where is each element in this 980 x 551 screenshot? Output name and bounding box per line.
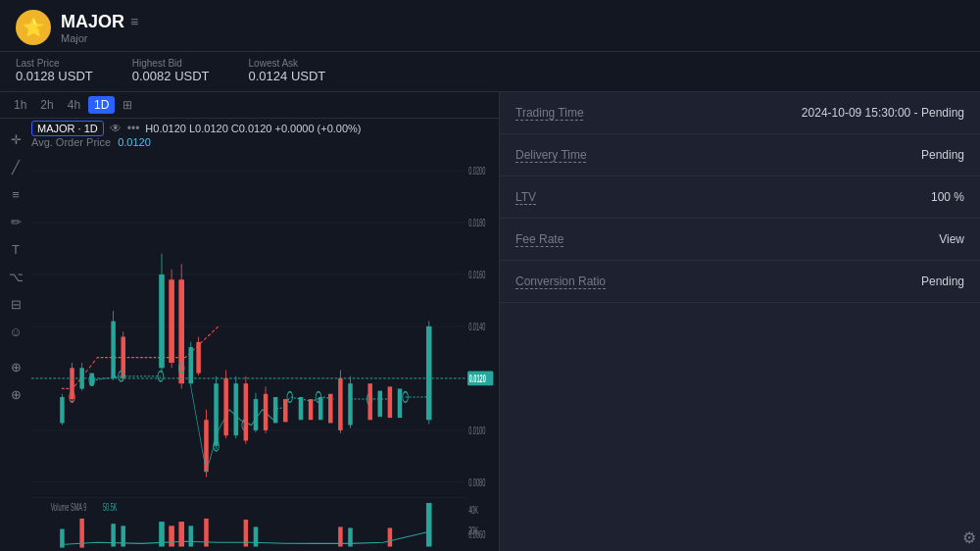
- svg-rect-91: [169, 526, 174, 546]
- lowest-ask-val: 0.0124 USDT: [249, 69, 326, 83]
- svg-text:50.5K: 50.5K: [103, 502, 118, 514]
- highest-bid-item: Highest Bid 0.0082 USDT: [132, 58, 210, 83]
- pattern-tool[interactable]: ⊟: [4, 292, 27, 316]
- measure-tool[interactable]: ⌥: [4, 265, 27, 288]
- svg-rect-93: [188, 526, 192, 546]
- magnet-tool[interactable]: ⊕: [4, 355, 27, 378]
- lowest-ask-label: Lowest Ask: [249, 58, 326, 69]
- ohlc-data: H0.0120 L0.0120 C0.0120 +0.0000 (+0.00%): [145, 123, 361, 134]
- symbol-text: MAJOR: [61, 12, 124, 32]
- ltv-label: LTV: [500, 176, 740, 219]
- chart-container: MAJOR · 1D 👁 ••• H0.0120 L0.0120 C0.0120…: [0, 119, 499, 551]
- svg-rect-51: [273, 397, 277, 423]
- menu-icon[interactable]: ≡: [130, 14, 138, 29]
- svg-text:0.0140: 0.0140: [468, 321, 485, 332]
- svg-rect-66: [378, 391, 382, 417]
- tf-4h[interactable]: 4h: [62, 96, 86, 114]
- tf-grid[interactable]: ⊞: [117, 96, 138, 114]
- delivery-time-label: Delivery Time: [500, 134, 740, 176]
- trading-time-row: Trading Time 2024-10-09 15:30:00 - Pendi…: [500, 92, 980, 134]
- trading-time-val: 2024-10-09 15:30:00 - Pending: [740, 92, 980, 134]
- horizontal-line-tool[interactable]: ≡: [4, 182, 27, 206]
- avg-price-label: Avg. Order Price: [31, 136, 111, 148]
- fee-rate-label: Fee Rate: [500, 219, 740, 261]
- highest-bid-label: Highest Bid: [132, 58, 210, 69]
- symbol-subtitle: Major: [61, 32, 138, 44]
- price-chart: 0.0200 0.0180 0.0160 0.0140 0.0120 0.010…: [31, 119, 499, 551]
- highest-bid-val: 0.0082 USDT: [132, 69, 210, 83]
- svg-text:0.0120: 0.0120: [469, 373, 486, 384]
- conversion-ratio-label: Conversion Ratio: [500, 261, 740, 303]
- svg-text:20K: 20K: [468, 525, 478, 536]
- symbol-info: MAJOR ≡ Major: [61, 12, 138, 44]
- svg-rect-65: [368, 383, 371, 420]
- text-tool[interactable]: T: [4, 237, 27, 261]
- ltv-val: 100 %: [740, 176, 980, 219]
- info-table: Trading Time 2024-10-09 15:30:00 - Pendi…: [500, 92, 980, 303]
- svg-rect-54: [299, 397, 303, 420]
- symbol-name: MAJOR ≡: [61, 12, 138, 32]
- svg-rect-67: [388, 386, 392, 418]
- svg-text:0.0200: 0.0200: [468, 165, 485, 176]
- svg-rect-68: [398, 388, 402, 418]
- tf-1d[interactable]: 1D: [88, 96, 115, 114]
- last-price-label: Last Price: [16, 58, 93, 69]
- last-price-item: Last Price 0.0128 USDT: [16, 58, 93, 83]
- fee-rate-row: Fee Rate View: [500, 219, 980, 261]
- fee-rate-val[interactable]: View: [740, 219, 980, 261]
- delivery-time-row: Delivery Time Pending: [500, 134, 980, 176]
- zoom-tool[interactable]: ⊕: [4, 382, 27, 406]
- price-row: Last Price 0.0128 USDT Highest Bid 0.008…: [0, 52, 980, 92]
- svg-text:0.0180: 0.0180: [468, 217, 485, 228]
- svg-text:0.0080: 0.0080: [468, 476, 485, 488]
- conversion-ratio-row: Conversion Ratio Pending: [500, 261, 980, 303]
- lowest-ask-item: Lowest Ask 0.0124 USDT: [249, 58, 326, 83]
- right-panel: Trading Time 2024-10-09 15:30:00 - Pendi…: [500, 92, 980, 551]
- chart-symbol-badge: MAJOR · 1D: [31, 121, 104, 136]
- svg-rect-92: [178, 522, 184, 546]
- timeframe-row: 1h 2h 4h 1D ⊞: [0, 92, 499, 119]
- avg-price-row: Avg. Order Price 0.0120: [31, 136, 151, 148]
- trend-line-tool[interactable]: ╱: [4, 155, 27, 178]
- chart-info-bar: MAJOR · 1D 👁 ••• H0.0120 L0.0120 C0.0120…: [31, 121, 362, 136]
- brush-tool[interactable]: ✏: [4, 210, 27, 233]
- svg-text:0.0100: 0.0100: [468, 425, 485, 436]
- header: ⭐ MAJOR ≡ Major: [0, 0, 980, 52]
- svg-rect-96: [254, 526, 258, 546]
- delivery-time-val: Pending: [740, 134, 980, 176]
- svg-text:Volume SMA 9: Volume SMA 9: [51, 502, 87, 514]
- tf-1h[interactable]: 1h: [8, 96, 32, 114]
- svg-text:0.0160: 0.0160: [468, 269, 485, 280]
- svg-rect-99: [388, 527, 392, 546]
- svg-rect-55: [309, 399, 313, 420]
- svg-rect-57: [328, 394, 332, 424]
- svg-rect-100: [426, 503, 432, 547]
- conversion-ratio-val: Pending: [740, 261, 980, 303]
- avg-price-val: 0.0120: [118, 136, 151, 148]
- toolbar-left: ✛ ╱ ≡ ✏ T ⌥ ⊟ ☺ ⊕ ⊕: [0, 124, 31, 410]
- trading-time-label: Trading Time: [500, 92, 740, 134]
- ltv-row: LTV 100 %: [500, 176, 980, 219]
- settings-icon[interactable]: ⚙: [962, 528, 976, 547]
- main-layout: 1h 2h 4h 1D ⊞ ✛ ╱ ≡ ✏ T ⌥ ⊟ ☺ ⊕ ⊕ MAJOR …: [0, 92, 980, 551]
- symbol-logo: ⭐: [16, 10, 51, 45]
- last-price-val: 0.0128 USDT: [16, 69, 93, 83]
- chart-side: 1h 2h 4h 1D ⊞ ✛ ╱ ≡ ✏ T ⌥ ⊟ ☺ ⊕ ⊕ MAJOR …: [0, 92, 500, 551]
- emoji-tool[interactable]: ☺: [4, 320, 27, 343]
- tf-2h[interactable]: 2h: [34, 96, 59, 114]
- svg-text:40K: 40K: [468, 504, 478, 516]
- crosshair-tool[interactable]: ✛: [4, 127, 27, 151]
